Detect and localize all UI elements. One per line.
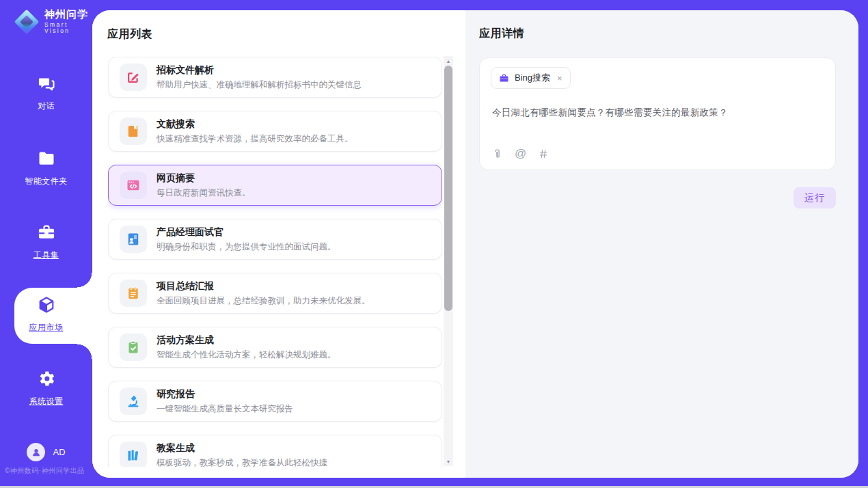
gear-icon [37, 369, 56, 391]
sidebar-item-label: 对话 [38, 100, 55, 112]
run-button[interactable]: 运行 [794, 187, 836, 208]
web-code-icon [120, 172, 147, 199]
close-icon[interactable]: × [557, 73, 562, 83]
app-card-lesson-plan[interactable]: 教案生成 模板驱动，教案秒成，教学准备从此轻松快捷 [108, 435, 442, 467]
app-card-pm-interviewer[interactable]: 产品经理面试官 明确身份和职责，为您提供专业性的面试问题。 [108, 219, 442, 260]
app-title: 活动方案生成 [157, 334, 336, 347]
microscope-icon [120, 388, 147, 415]
brand-name: 神州问学 [44, 9, 92, 21]
hash-icon[interactable] [538, 148, 549, 159]
at-sign-icon[interactable]: @ [515, 147, 526, 161]
app-title: 研究报告 [157, 388, 293, 401]
sidebar-item-label: 系统设置 [29, 396, 64, 407]
paperclip-icon[interactable] [491, 148, 503, 160]
app-desc: 智能生成个性化活动方案，轻松解决规划难题。 [157, 349, 336, 361]
prompt-input-card[interactable]: Bing搜索 × 今日湖北有哪些新闻要点？有哪些需要关注的最新政策？ @ [479, 57, 836, 170]
app-card-project-summary[interactable]: 项目总结汇报 全面回顾项目进展，总结经验教训，助力未来优化发展。 [108, 273, 442, 314]
sidebar-item-label: 应用市场 [29, 322, 64, 334]
sidebar-item-settings[interactable]: 系统设置 [0, 369, 92, 407]
user-label: AD [53, 447, 65, 457]
app-list: 招标文件解析 帮助用户快速、准确地理解和解析招标书中的关键信息 文献搜索 快速精… [108, 57, 442, 467]
folder-icon [37, 149, 56, 171]
edit-document-icon [120, 64, 147, 91]
app-desc: 全面回顾项目进展，总结经验教训，助力未来优化发展。 [157, 295, 370, 307]
avatar [27, 443, 45, 461]
notepad-icon [120, 280, 147, 307]
brand-diamond-icon [14, 9, 40, 35]
toolbox-icon [37, 223, 56, 245]
app-title: 项目总结汇报 [157, 280, 370, 293]
scroll-down-icon[interactable]: ▼ [444, 457, 453, 466]
app-title: 产品经理面试官 [157, 226, 336, 239]
app-desc: 一键智能生成高质量长文本研究报告 [157, 403, 293, 415]
app-card-literature-search[interactable]: 文献搜索 快速精准查找学术资源，提高研究效率的必备工具。 [108, 111, 442, 152]
app-list-panel: 应用列表 招标文件解析 帮助用户快速、准确地理解和解析招标书中的关键信息 [92, 10, 465, 478]
app-title: 文献搜索 [157, 118, 353, 131]
tool-tag-bing-search[interactable]: Bing搜索 × [491, 67, 571, 89]
copyright-text: ©神州数码·神州问学出品 [5, 466, 85, 476]
composer-toolbar: @ [491, 147, 549, 161]
app-card-web-summary[interactable]: 网页摘要 每日政府新闻资讯快查。 [108, 165, 442, 206]
sidebar-item-app-market[interactable]: 应用市场 [0, 295, 92, 334]
clipboard-check-icon [120, 334, 147, 361]
scroll-up-icon[interactable]: ▲ [444, 56, 453, 66]
sidebar: 神州问学 Smart Vision 对话 智能文件夹 [0, 0, 92, 486]
user-account[interactable]: AD [0, 443, 92, 461]
page-title-app-detail: 应用详情 [479, 27, 836, 41]
main-container: 应用列表 招标文件解析 帮助用户快速、准确地理解和解析招标书中的关键信息 [92, 10, 858, 478]
app-title: 教案生成 [157, 442, 327, 455]
app-title: 网页摘要 [157, 172, 251, 185]
book-icon [120, 118, 147, 145]
app-card-research-report[interactable]: 研究报告 一键智能生成高质量长文本研究报告 [108, 381, 442, 422]
sidebar-item-smart-folders[interactable]: 智能文件夹 [0, 149, 92, 187]
sidebar-item-label: 工具集 [33, 249, 59, 261]
page-title-app-list: 应用列表 [107, 27, 152, 42]
sidebar-item-chat[interactable]: 对话 [0, 74, 92, 112]
tool-tag-label: Bing搜索 [515, 72, 550, 84]
app-card-event-plan[interactable]: 活动方案生成 智能生成个性化活动方案，轻松解决规划难题。 [108, 327, 442, 368]
app-desc: 模板驱动，教案秒成，教学准备从此轻松快捷 [157, 457, 327, 467]
chat-icon [37, 74, 56, 96]
briefcase-icon [499, 73, 509, 83]
app-desc: 每日政府新闻资讯快查。 [157, 187, 251, 199]
app-desc: 帮助用户快速、准确地理解和解析招标书中的关键信息 [157, 79, 362, 91]
sidebar-item-label: 智能文件夹 [25, 176, 68, 187]
app-detail-panel: 应用详情 Bing搜索 × 今日湖北有哪些新闻要点？有哪些需要关注的最新政策？ [465, 10, 858, 478]
scrollbar-thumb[interactable] [444, 66, 452, 311]
interviewer-icon [120, 226, 147, 253]
cube-icon [37, 295, 56, 317]
books-icon [120, 442, 147, 467]
sidebar-item-toolset[interactable]: 工具集 [0, 223, 92, 261]
query-input[interactable]: 今日湖北有哪些新闻要点？有哪些需要关注的最新政策？ [492, 107, 824, 119]
app-desc: 明确身份和职责，为您提供专业性的面试问题。 [157, 241, 336, 253]
list-scrollbar[interactable]: ▲ ▼ [444, 56, 453, 466]
brand-subtitle: Smart Vision [44, 22, 92, 35]
app-desc: 快速精准查找学术资源，提高研究效率的必备工具。 [157, 133, 353, 145]
app-card-bid-parse[interactable]: 招标文件解析 帮助用户快速、准确地理解和解析招标书中的关键信息 [108, 57, 442, 98]
brand-logo: 神州问学 Smart Vision [14, 9, 92, 35]
app-title: 招标文件解析 [157, 64, 362, 77]
